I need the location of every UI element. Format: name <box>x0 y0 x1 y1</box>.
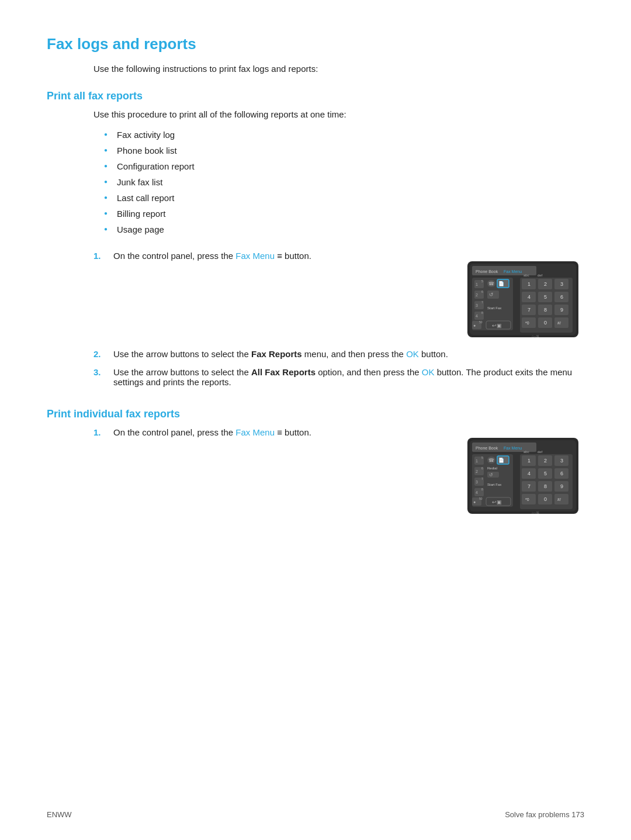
bullet-list: Fax activity log Phone book list Configu… <box>117 130 584 234</box>
svg-text:Redial: Redial <box>487 466 497 470</box>
svg-text:3: 3 <box>476 480 478 484</box>
svg-text:9: 9 <box>560 483 563 489</box>
steps-2-3: 2. Use the arrow buttons to select the F… <box>93 349 584 387</box>
step3-row: 3. Use the arrow buttons to select the A… <box>93 367 584 387</box>
svg-text:*0: *0 <box>525 321 529 325</box>
fax-device-svg-2: Phone Book Fax Menu 1 5 ☎ 📄 2 6 Redial ↺… <box>462 427 584 518</box>
svg-text:📄: 📄 <box>498 281 504 286</box>
section2-step1-row: 1. On the control panel, press the Fax M… <box>93 427 450 437</box>
fax-menu-link-2: Fax Menu <box>235 427 275 437</box>
svg-rect-114 <box>554 494 568 504</box>
svg-text:8: 8 <box>481 488 483 491</box>
step2-content: Use the arrow buttons to select the Fax … <box>113 349 584 359</box>
svg-text:1: 1 <box>528 458 531 464</box>
svg-text:6: 6 <box>481 466 483 470</box>
svg-text:2: 2 <box>476 469 478 473</box>
svg-text:Phone Book: Phone Book <box>476 446 498 450</box>
svg-text:●: ● <box>473 500 476 504</box>
svg-text:1: 1 <box>528 281 531 287</box>
svg-text:5: 5 <box>544 471 547 476</box>
fax-menu-link-1: Fax Menu <box>235 251 275 261</box>
list-item: Configuration report <box>117 161 584 171</box>
svg-text:Phone Book: Phone Book <box>476 269 498 274</box>
svg-text:2: 2 <box>544 458 547 464</box>
step1-number: 1. <box>93 251 110 261</box>
svg-text:50: 50 <box>479 320 483 324</box>
svg-text:3: 3 <box>476 303 478 307</box>
step1-section: 1. On the control panel, press the Fax M… <box>93 251 584 343</box>
svg-text:↺: ↺ <box>489 292 494 298</box>
svg-text:6: 6 <box>560 294 563 300</box>
footer-left: ENWW <box>47 810 72 819</box>
list-item: Junk fax list <box>117 177 584 187</box>
svg-text:7: 7 <box>481 300 483 304</box>
svg-text:2: 2 <box>544 281 547 287</box>
svg-text:5: 5 <box>481 279 483 283</box>
section2-step1-content: On the control panel, press the Fax Menu… <box>113 427 450 437</box>
section2-step1-number: 1. <box>93 427 110 437</box>
list-item: Last call report <box>117 193 584 203</box>
ok-link-2: OK <box>422 367 435 377</box>
svg-text:●: ● <box>473 323 476 327</box>
ok-link-1: OK <box>406 349 419 359</box>
svg-text:3: 3 <box>560 281 563 287</box>
svg-text:↺: ↺ <box>489 472 493 478</box>
svg-text:7: 7 <box>528 307 531 313</box>
svg-text:5: 5 <box>544 294 547 300</box>
svg-rect-55 <box>554 317 568 328</box>
svg-text:def: def <box>538 274 543 277</box>
svg-text:8: 8 <box>544 307 547 313</box>
svg-text:def: def <box>538 450 543 454</box>
svg-text:7: 7 <box>481 477 483 481</box>
list-item: Fax activity log <box>117 130 584 140</box>
list-item: Billing report <box>117 209 584 219</box>
footer: ENWW Solve fax problems 173 <box>0 810 631 819</box>
list-item: Phone book list <box>117 146 584 155</box>
step1-row: 1. On the control panel, press the Fax M… <box>93 251 450 261</box>
section2-steps: 1. On the control panel, press the Fax M… <box>93 427 450 437</box>
svg-text:☎: ☎ <box>488 458 494 463</box>
svg-text:2: 2 <box>476 293 478 297</box>
section1-title: Print all fax reports <box>47 90 584 102</box>
svg-text:Start Fax: Start Fax <box>487 483 501 486</box>
device-image-1: Phone Book Fax Menu 1 5 ☎ 📄 2 6 <box>462 251 584 343</box>
step2-number: 2. <box>93 349 110 359</box>
step2-row: 2. Use the arrow buttons to select the F… <box>93 349 584 359</box>
section2-step1-text: 1. On the control panel, press the Fax M… <box>93 427 462 448</box>
svg-text:9: 9 <box>560 307 563 313</box>
svg-text:abc: abc <box>523 274 529 277</box>
svg-text:50: 50 <box>479 497 483 500</box>
svg-text:↩▣: ↩▣ <box>492 323 502 329</box>
step1-list: 1. On the control panel, press the Fax M… <box>93 251 450 261</box>
svg-text:Fax Menu: Fax Menu <box>504 446 522 450</box>
svg-text:3: 3 <box>560 458 563 464</box>
svg-text:4: 4 <box>476 490 478 495</box>
section1-description: Use this procedure to print all of the f… <box>93 109 584 119</box>
step1-text-block: 1. On the control panel, press the Fax M… <box>93 251 462 271</box>
svg-text:7: 7 <box>528 483 531 489</box>
svg-text:0: 0 <box>544 496 547 502</box>
svg-text:#/: #/ <box>557 497 561 502</box>
svg-text:4: 4 <box>528 294 531 300</box>
svg-text:4: 4 <box>528 471 531 476</box>
svg-text:4: 4 <box>476 314 478 318</box>
svg-text:Fax Menu: Fax Menu <box>504 269 522 274</box>
svg-text:↩▣: ↩▣ <box>492 499 502 505</box>
fax-device-svg-1: Phone Book Fax Menu 1 5 ☎ 📄 2 6 <box>462 251 584 341</box>
svg-text:#/: #/ <box>557 321 561 325</box>
svg-text:⌂~/&: ⌂~/& <box>532 511 539 514</box>
svg-text:0: 0 <box>544 320 547 326</box>
svg-text:Start Fax: Start Fax <box>487 306 501 310</box>
section2-step1-section: 1. On the control panel, press the Fax M… <box>93 427 584 520</box>
svg-text:☎: ☎ <box>488 281 494 286</box>
footer-right: Solve fax problems 173 <box>505 810 584 819</box>
svg-text:📄: 📄 <box>498 457 504 463</box>
step3-content: Use the arrow buttons to select the All … <box>113 367 584 387</box>
page-title: Fax logs and reports <box>47 35 584 53</box>
intro-text: Use the following instructions to print … <box>93 64 584 74</box>
svg-text:6: 6 <box>560 471 563 476</box>
section2-title: Print individual fax reports <box>47 408 584 420</box>
svg-text:1: 1 <box>476 459 478 463</box>
step1-content: On the control panel, press the Fax Menu… <box>113 251 450 261</box>
svg-text:6: 6 <box>481 290 483 293</box>
